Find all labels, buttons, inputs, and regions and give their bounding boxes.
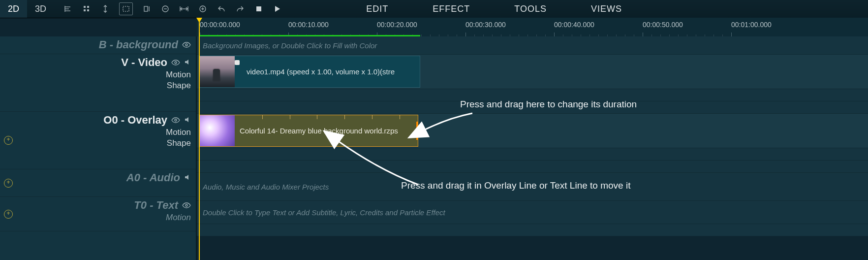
- timecode-label: 00:00:40.000: [554, 21, 594, 29]
- clip-thumbnail: [199, 56, 235, 87]
- clip-tickmarks: [235, 115, 418, 119]
- speaker-icon[interactable]: [184, 174, 191, 182]
- lane-text-motion[interactable]: [197, 224, 868, 236]
- timecode-label: 00:01:00.000: [731, 21, 772, 29]
- lane-text[interactable]: Double Click to Type Text or Add Subtitl…: [197, 201, 868, 224]
- menu-effect[interactable]: EFFECT: [433, 4, 470, 14]
- track-title-label: T0 - Text: [134, 199, 178, 212]
- marquee-icon[interactable]: [119, 2, 133, 15]
- eye-icon[interactable]: [182, 201, 191, 210]
- timecode-label: 00:00:20.000: [377, 21, 417, 29]
- svg-marker-20: [275, 6, 280, 12]
- clip-overlay[interactable]: Colorful 14- Dreamy blue background worl…: [199, 115, 418, 147]
- grid-icon[interactable]: [82, 4, 92, 14]
- speaker-icon[interactable]: [184, 59, 191, 67]
- toolbar-icons: [63, 2, 282, 15]
- vertical-arrows-icon[interactable]: [100, 4, 110, 14]
- menu-edit[interactable]: EDIT: [366, 4, 388, 14]
- lane-overlay-shape[interactable]: [197, 161, 868, 173]
- timecode-label: 00:00:50.000: [643, 21, 683, 29]
- track-sub-motion[interactable]: Motion: [13, 128, 191, 137]
- svg-rect-7: [87, 9, 89, 11]
- lane-placeholder: Audio, Music and Audio Mixer Projects: [203, 183, 329, 191]
- lane-placeholder: Background Images, or Double Click to Fi…: [203, 41, 377, 50]
- clip-thumbnail: [199, 115, 235, 146]
- track-header-background[interactable]: B - background: [0, 36, 196, 54]
- menu-tools[interactable]: TOOLS: [514, 4, 547, 14]
- timecode-label: 00:00:00.000: [200, 21, 240, 29]
- track-title-label: B - background: [99, 38, 178, 51]
- zoom-out-icon[interactable]: [160, 4, 170, 14]
- snap-icon[interactable]: [142, 4, 152, 14]
- clip-start-handle[interactable]: [235, 60, 240, 65]
- track-sub-shape[interactable]: Shape: [13, 81, 191, 91]
- eye-icon[interactable]: [171, 116, 180, 125]
- clip-label: Colorful 14- Dreamy blue background worl…: [235, 127, 398, 135]
- stop-icon[interactable]: [254, 4, 264, 14]
- track-title-label: O0 - Overlay: [103, 114, 167, 127]
- svg-rect-5: [87, 6, 89, 8]
- speaker-icon[interactable]: [184, 116, 191, 125]
- clip-resize-handle[interactable]: [416, 122, 418, 140]
- svg-point-21: [186, 44, 187, 46]
- add-track-button[interactable]: +: [4, 179, 13, 188]
- svg-rect-9: [144, 6, 148, 11]
- timecode-label: 00:00:10.000: [288, 21, 329, 29]
- view-toggle: 2D 3D: [0, 0, 54, 18]
- lane-audio[interactable]: Audio, Music and Audio Mixer Projects: [197, 173, 868, 201]
- track-header-panel: B - background V - Video Motion Shape + …: [0, 36, 197, 260]
- timeline-lanes: Background Images, or Double Click to Fi…: [197, 36, 868, 260]
- add-track-button[interactable]: +: [4, 210, 13, 219]
- track-header-audio[interactable]: + A0 - Audio: [0, 169, 196, 197]
- timecode-label: 00:00:30.000: [465, 21, 506, 29]
- lane-overlay[interactable]: Colorful 14- Dreamy blue background worl…: [197, 114, 868, 148]
- lane-video-shape[interactable]: [197, 101, 868, 114]
- svg-rect-6: [84, 9, 86, 11]
- eye-icon[interactable]: [182, 41, 191, 49]
- svg-rect-8: [123, 6, 129, 11]
- track-sub-motion[interactable]: Motion: [13, 213, 191, 223]
- clip-label: video1.mp4 (speed x 1.00, volume x 1.0)(…: [235, 67, 395, 76]
- eye-icon[interactable]: [171, 59, 180, 67]
- redo-icon[interactable]: [235, 4, 245, 14]
- lane-placeholder: Double Click to Type Text or Add Subtitl…: [203, 208, 445, 217]
- track-sub-shape[interactable]: Shape: [13, 138, 191, 148]
- fit-width-icon[interactable]: [179, 4, 189, 14]
- track-header-overlay[interactable]: + O0 - Overlay Motion Shape: [0, 112, 196, 169]
- playhead[interactable]: [199, 18, 200, 260]
- lane-background[interactable]: Background Images, or Double Click to Fi…: [197, 36, 868, 55]
- svg-point-24: [186, 204, 187, 206]
- svg-rect-4: [84, 6, 86, 8]
- svg-point-22: [175, 62, 177, 64]
- preview-range-bar[interactable]: [199, 35, 420, 36]
- clip-video[interactable]: video1.mp4 (speed x 1.00, volume x 1.0)(…: [199, 56, 420, 88]
- track-header-video[interactable]: V - Video Motion Shape: [0, 54, 196, 112]
- lane-video-motion[interactable]: [197, 89, 868, 101]
- track-title-label: A0 - Audio: [126, 171, 180, 184]
- play-icon[interactable]: [273, 4, 282, 14]
- view-3d-button[interactable]: 3D: [27, 0, 54, 18]
- track-header-text[interactable]: + T0 - Text Motion: [0, 197, 196, 231]
- lane-video[interactable]: video1.mp4 (speed x 1.00, volume x 1.0)(…: [197, 55, 868, 89]
- top-toolbar: 2D 3D: [0, 0, 868, 18]
- align-left-icon[interactable]: [63, 4, 73, 14]
- menu-views[interactable]: VIEWS: [591, 4, 622, 14]
- svg-rect-19: [256, 6, 261, 11]
- zoom-in-icon[interactable]: [198, 4, 208, 14]
- undo-icon[interactable]: [217, 4, 226, 14]
- lane-overlay-motion[interactable]: [197, 148, 868, 161]
- add-track-button[interactable]: +: [4, 136, 13, 145]
- main-menus: EDIT EFFECT TOOLS VIEWS: [366, 4, 622, 14]
- view-2d-button[interactable]: 2D: [0, 0, 27, 18]
- svg-point-23: [175, 119, 177, 121]
- track-title-label: V - Video: [121, 56, 167, 69]
- track-sub-motion[interactable]: Motion: [13, 70, 191, 80]
- time-ruler[interactable]: 00:00:00.00000:00:10.00000:00:20.00000:0…: [197, 18, 868, 37]
